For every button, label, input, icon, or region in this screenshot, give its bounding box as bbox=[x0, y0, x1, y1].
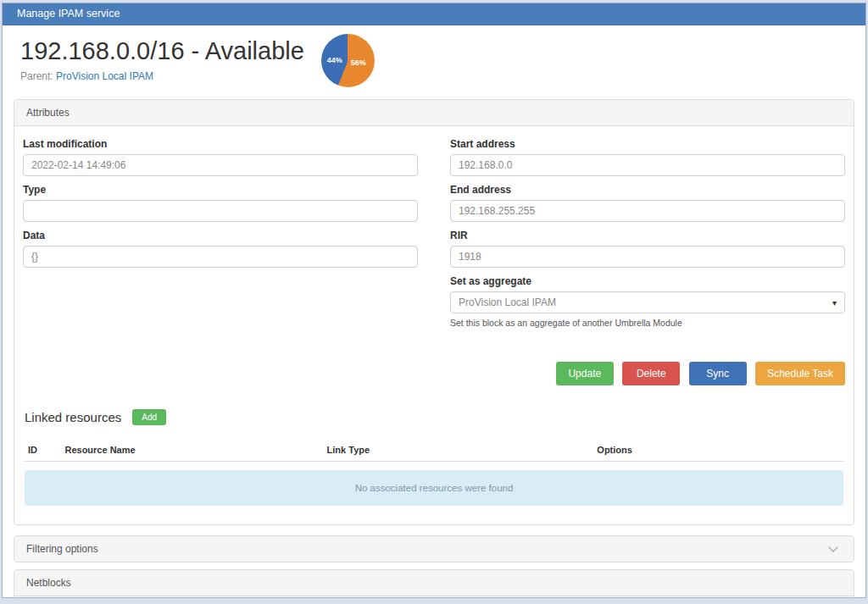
window-title: Manage IPAM service bbox=[3, 3, 865, 25]
update-button[interactable]: Update bbox=[556, 362, 614, 385]
data-label: Data bbox=[23, 230, 418, 241]
end-address-field[interactable] bbox=[450, 200, 845, 222]
filtering-options-header[interactable]: Filtering options bbox=[14, 536, 854, 562]
page-header: 192.168.0.0/16 - Available Parent: ProVi… bbox=[12, 29, 856, 92]
data-field[interactable] bbox=[23, 246, 418, 268]
aggregate-label: Set as aggregate bbox=[450, 275, 845, 287]
netblocks-panel-heading: Netblocks bbox=[14, 570, 854, 596]
sync-button[interactable]: Sync bbox=[689, 362, 747, 385]
parent-label: Parent: bbox=[20, 70, 53, 82]
add-linked-resource-button[interactable]: Add bbox=[132, 409, 166, 425]
chevron-down-icon bbox=[828, 542, 837, 551]
start-address-label: Start address bbox=[450, 138, 845, 150]
aggregate-select[interactable]: ProVision Local IPAM ▾ bbox=[450, 291, 845, 313]
linked-resources-title: Linked resources bbox=[25, 410, 121, 424]
attributes-panel: Attributes Last modification Type Da bbox=[14, 99, 854, 525]
rir-label: RIR bbox=[450, 230, 845, 241]
action-buttons: Update Delete Sync Schedule Task bbox=[23, 362, 845, 385]
filtering-options-panel: Filtering options bbox=[14, 535, 854, 562]
aggregate-help-text: Set this block as an aggregate of anothe… bbox=[450, 318, 845, 328]
end-address-label: End address bbox=[450, 184, 845, 196]
delete-button[interactable]: Delete bbox=[622, 362, 680, 385]
linked-resources-table: ID Resource Name Link Type Options bbox=[25, 440, 843, 462]
window-content: 192.168.0.0/16 - Available Parent: ProVi… bbox=[3, 25, 865, 597]
type-label: Type bbox=[23, 184, 418, 196]
attributes-panel-heading: Attributes bbox=[14, 100, 854, 126]
lr-col-name: Resource Name bbox=[61, 440, 323, 462]
lr-col-options: Options bbox=[593, 440, 843, 462]
utilization-pie-chart: 44% 56% bbox=[321, 34, 375, 87]
filtering-options-title: Filtering options bbox=[26, 543, 98, 555]
parent-link[interactable]: ProVision Local IPAM bbox=[56, 70, 153, 82]
manage-ipam-window: Manage IPAM service 192.168.0.0/16 - Ava… bbox=[2, 3, 866, 598]
chevron-down-icon: ▾ bbox=[832, 298, 837, 308]
last-modification-label: Last modification bbox=[23, 138, 418, 150]
page-title: 192.168.0.0/16 - Available bbox=[20, 37, 304, 65]
no-resources-alert: No associated resources were found bbox=[25, 470, 843, 506]
pie-slice-label-orange: 56% bbox=[351, 58, 366, 67]
aggregate-selected-value: ProVision Local IPAM bbox=[459, 296, 556, 308]
lr-col-linktype: Link Type bbox=[324, 440, 594, 462]
start-address-field[interactable] bbox=[450, 154, 845, 176]
schedule-task-button[interactable]: Schedule Task bbox=[755, 362, 845, 385]
type-field[interactable] bbox=[23, 200, 418, 222]
netblocks-panel: Netblocks ID ⇅Name ⇅Type ⇅RIR Utilizatio… bbox=[14, 569, 854, 597]
linked-resources-section: Linked resources Add ID Resource Name Li… bbox=[25, 409, 843, 506]
pie-slice-label-blue: 44% bbox=[327, 56, 342, 64]
lr-col-id: ID bbox=[25, 440, 61, 462]
rir-field[interactable] bbox=[450, 246, 845, 268]
last-modification-field[interactable] bbox=[23, 154, 418, 176]
